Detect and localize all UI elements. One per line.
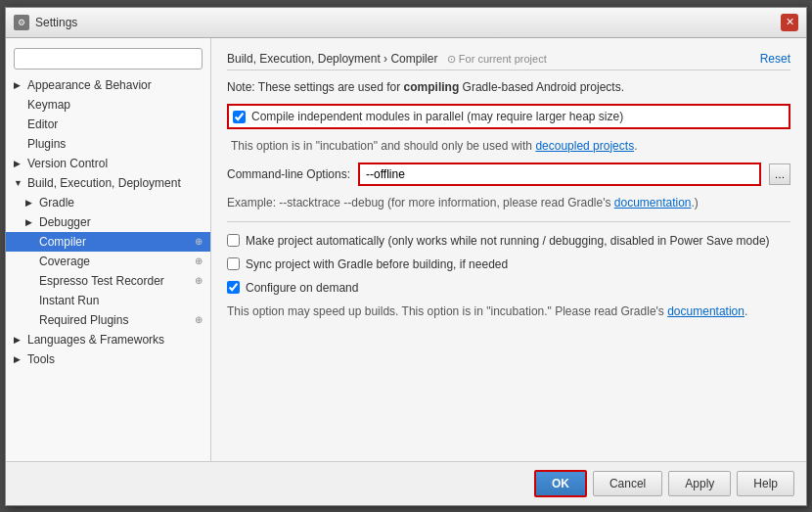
main-content: ▶ Appearance & Behavior Keymap Editor Pl… (6, 38, 806, 461)
sidebar-item-espresso[interactable]: Espresso Test Recorder ⊕ (6, 271, 210, 291)
badge-icon: ⊕ (195, 275, 203, 286)
cmdline-input[interactable] (360, 164, 759, 184)
bottom-bar: OK Cancel Apply Help (6, 461, 806, 505)
help-button[interactable]: Help (737, 471, 794, 496)
sidebar-item-coverage[interactable]: Coverage ⊕ (6, 252, 210, 271)
sidebar-item-keymap[interactable]: Keymap (6, 95, 210, 115)
search-input[interactable] (14, 48, 203, 70)
window-title: Settings (35, 16, 77, 29)
sidebar-item-label: Compiler (39, 235, 191, 249)
compile-checkbox-row: Compile independent modules in parallel … (227, 104, 790, 129)
arrow-icon: ▶ (25, 198, 35, 208)
sync-checkbox[interactable] (227, 257, 240, 270)
sidebar-item-debugger[interactable]: ▶ Debugger (6, 212, 210, 232)
close-button[interactable]: ✕ (781, 14, 798, 31)
arrow-icon: ▶ (14, 354, 23, 364)
sidebar-item-label: Espresso Test Recorder (39, 274, 191, 288)
cancel-button[interactable]: Cancel (593, 471, 662, 496)
arrow-icon: ▼ (14, 178, 23, 188)
badge-icon: ⊕ (195, 314, 203, 325)
sidebar-item-compiler[interactable]: Compiler ⊕ (6, 232, 210, 252)
right-panel: Build, Execution, Deployment › Compiler … (211, 38, 806, 461)
sidebar-item-label: Tools (27, 352, 203, 366)
configure-note: This option may speed up builds. This op… (227, 304, 790, 318)
title-bar: ⚙ Settings ✕ (6, 8, 806, 38)
separator (227, 221, 790, 222)
gradle-doc-link[interactable]: documentation (614, 196, 692, 209)
cmdline-browse-button[interactable]: … (769, 163, 790, 185)
sidebar-item-tools[interactable]: ▶ Tools (6, 349, 210, 369)
sidebar-item-gradle[interactable]: ▶ Gradle (6, 193, 210, 212)
compile-label: Compile independent modules in parallel … (251, 110, 623, 123)
project-note: ⊙ For current project (447, 53, 547, 65)
make-checkbox[interactable] (227, 234, 240, 247)
gradle-doc-link2[interactable]: documentation (667, 304, 744, 318)
compile-checkbox[interactable] (233, 111, 246, 123)
sidebar-item-build[interactable]: ▼ Build, Execution, Deployment (6, 173, 210, 193)
panel-header: Build, Execution, Deployment › Compiler … (227, 52, 790, 70)
cmdline-input-wrap (358, 163, 761, 186)
cmdline-label: Command-line Options: (227, 167, 350, 181)
sidebar-item-instant-run[interactable]: Instant Run (6, 291, 210, 310)
cmdline-row: Command-line Options: … (227, 163, 790, 186)
apply-button[interactable]: Apply (668, 471, 731, 496)
sidebar-item-label: Editor (27, 117, 203, 131)
sidebar-item-label: Keymap (27, 98, 203, 112)
arrow-icon: ▶ (25, 217, 35, 227)
settings-window: ⚙ Settings ✕ ▶ Appearance & Behavior Key… (5, 7, 807, 506)
breadcrumb: Build, Execution, Deployment › Compiler … (227, 52, 547, 66)
sidebar-item-label: Gradle (39, 196, 203, 209)
sidebar-item-label: Debugger (39, 215, 203, 229)
sidebar-item-label: Plugins (27, 137, 203, 151)
decoupled-link[interactable]: decoupled projects (535, 139, 634, 153)
badge-icon: ⊕ (195, 236, 203, 247)
configure-checkbox[interactable] (227, 281, 240, 294)
sidebar-item-label: Build, Execution, Deployment (27, 176, 203, 190)
reset-link[interactable]: Reset (760, 52, 790, 66)
note-text: Note: These settings are used for compil… (227, 80, 790, 94)
arrow-icon: ▶ (14, 80, 23, 90)
ok-button[interactable]: OK (534, 470, 587, 497)
configure-label: Configure on demand (246, 281, 358, 295)
example-text: Example: --stacktrace --debug (for more … (227, 196, 790, 209)
sidebar-item-appearance[interactable]: ▶ Appearance & Behavior (6, 75, 210, 95)
sidebar: ▶ Appearance & Behavior Keymap Editor Pl… (6, 38, 211, 461)
sidebar-item-label: Languages & Frameworks (27, 333, 203, 347)
search-box (6, 42, 210, 75)
badge-icon: ⊕ (195, 256, 203, 266)
sidebar-item-version-control[interactable]: ▶ Version Control (6, 154, 210, 173)
make-label: Make project automatically (only works w… (246, 234, 770, 248)
window-icon: ⚙ (14, 15, 29, 30)
arrow-icon: ▶ (14, 159, 23, 168)
arrow-icon: ▶ (14, 335, 23, 345)
sidebar-item-plugins[interactable]: Plugins (6, 134, 210, 154)
sidebar-item-label: Coverage (39, 255, 191, 268)
sidebar-item-label: Instant Run (39, 294, 203, 307)
incubation-note: This option is in "incubation" and shoul… (231, 139, 790, 153)
configure-checkbox-row: Configure on demand (227, 281, 790, 295)
sidebar-item-required-plugins[interactable]: Required Plugins ⊕ (6, 310, 210, 330)
sidebar-item-label: Version Control (27, 157, 203, 170)
sync-checkbox-row: Sync project with Gradle before building… (227, 257, 790, 271)
sync-label: Sync project with Gradle before building… (246, 257, 508, 271)
sidebar-item-label: Appearance & Behavior (27, 78, 203, 92)
sidebar-item-label: Required Plugins (39, 313, 191, 327)
sidebar-item-languages[interactable]: ▶ Languages & Frameworks (6, 330, 210, 349)
sidebar-item-editor[interactable]: Editor (6, 115, 210, 134)
make-checkbox-row: Make project automatically (only works w… (227, 234, 790, 248)
